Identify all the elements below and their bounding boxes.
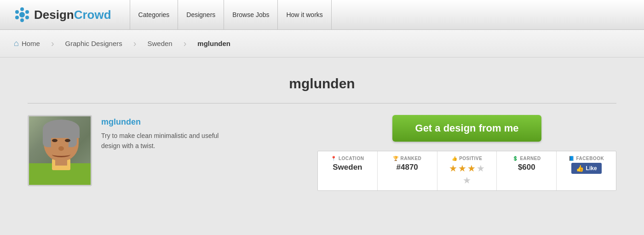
stars-container: ★ ★ ★ ★ — [443, 163, 491, 174]
breadcrumb-graphic-designers-label: Graphic Designers — [65, 40, 122, 47]
stat-ranked-value: #4870 — [383, 163, 431, 172]
nav-how-it-works[interactable]: How it works — [278, 0, 331, 30]
facebook-like-button[interactable]: 👍 Like — [562, 163, 610, 174]
ranked-icon: 🏆 — [393, 156, 399, 161]
star-1: ★ — [449, 163, 457, 174]
breadcrumb-home[interactable]: ⌂ Home — [14, 39, 49, 48]
stat-positive: 👍 POSITIVE ★ ★ ★ ★ ★ — [437, 151, 497, 190]
breadcrumb-arrow-1: › — [51, 38, 54, 49]
fb-like-label: Like — [586, 165, 597, 172]
breadcrumb: ⌂ Home › Graphic Designers › Sweden › mg… — [14, 38, 240, 49]
nav-designers[interactable]: Designers — [178, 0, 224, 30]
star-2: ★ — [458, 163, 466, 174]
logo-crowd-text: Crowd — [74, 8, 111, 22]
svg-point-6 — [15, 10, 19, 14]
profile-left: mglunden Try to make clean minimalistic … — [28, 115, 317, 186]
breadcrumb-graphic-designers[interactable]: Graphic Designers — [56, 40, 132, 47]
breadcrumb-home-label[interactable]: Home — [22, 40, 40, 47]
stat-location-value: Sweden — [323, 163, 372, 172]
fb-thumb-icon: 👍 — [576, 165, 584, 172]
svg-point-5 — [15, 16, 19, 19]
profile-username[interactable]: mglunden — [101, 117, 239, 127]
positive-icon: 👍 — [452, 156, 458, 161]
breadcrumb-sweden-label: Sweden — [147, 40, 172, 47]
svg-point-2 — [25, 10, 29, 14]
stat-location: 📍 LOCATION Sweden — [318, 151, 378, 190]
stat-ranked: 🏆 RANKED #4870 — [378, 151, 437, 190]
stat-location-label: 📍 LOCATION — [323, 156, 372, 161]
page-title-section: mglunden — [28, 67, 616, 103]
main-content: mglunden — [0, 57, 644, 209]
star-5: ★ — [463, 175, 471, 185]
profile-info: mglunden Try to make clean minimalistic … — [101, 115, 239, 151]
stat-earned: 💲 EARNED $600 — [497, 151, 557, 190]
avatar-image — [29, 115, 91, 186]
profile-bio: Try to make clean minimalistic and usefu… — [101, 131, 239, 151]
star-4: ★ — [477, 163, 485, 174]
logo-icon — [14, 6, 30, 23]
avatar — [28, 115, 92, 186]
nav-links: Categories Designers Browse Jobs How it … — [130, 0, 332, 30]
page-title: mglunden — [28, 76, 616, 92]
svg-point-3 — [25, 16, 29, 19]
nav-categories[interactable]: Categories — [130, 0, 178, 30]
logo-design-text: Design — [34, 8, 74, 22]
cta-button[interactable]: Get a design from me — [392, 115, 542, 142]
svg-point-1 — [20, 7, 24, 11]
nav-browse-jobs[interactable]: Browse Jobs — [224, 0, 278, 30]
home-icon: ⌂ — [14, 39, 19, 48]
profile-right: Get a design from me 📍 LOCATION Sweden 🏆… — [317, 115, 616, 191]
breadcrumb-arrow-3: › — [184, 38, 187, 49]
stat-facebook: 📘 FACEBOOK 👍 Like — [557, 151, 616, 190]
breadcrumb-sweden[interactable]: Sweden — [138, 40, 181, 47]
breadcrumb-bar: ⌂ Home › Graphic Designers › Sweden › mg… — [0, 30, 644, 57]
profile-area: mglunden Try to make clean minimalistic … — [28, 115, 616, 191]
top-navigation: DesignCrowd Categories Designers Browse … — [0, 0, 644, 30]
breadcrumb-username-label: mglunden — [197, 40, 230, 47]
breadcrumb-arrow-2: › — [133, 38, 137, 49]
stat-ranked-label: 🏆 RANKED — [383, 156, 431, 161]
stat-earned-label: 💲 EARNED — [502, 156, 551, 161]
facebook-icon: 📘 — [569, 156, 575, 161]
star-3: ★ — [467, 163, 476, 174]
earned-icon: 💲 — [512, 156, 518, 161]
svg-point-4 — [20, 18, 24, 22]
stats-row: 📍 LOCATION Sweden 🏆 RANKED #4870 — [317, 151, 616, 191]
svg-point-0 — [19, 12, 25, 17]
stat-positive-label: 👍 POSITIVE — [443, 156, 491, 161]
logo[interactable]: DesignCrowd — [14, 6, 111, 23]
breadcrumb-username: mglunden — [188, 40, 240, 47]
stat-earned-value: $600 — [502, 163, 551, 172]
stat-facebook-label: 📘 FACEBOOK — [562, 156, 610, 161]
location-icon: 📍 — [331, 156, 337, 161]
